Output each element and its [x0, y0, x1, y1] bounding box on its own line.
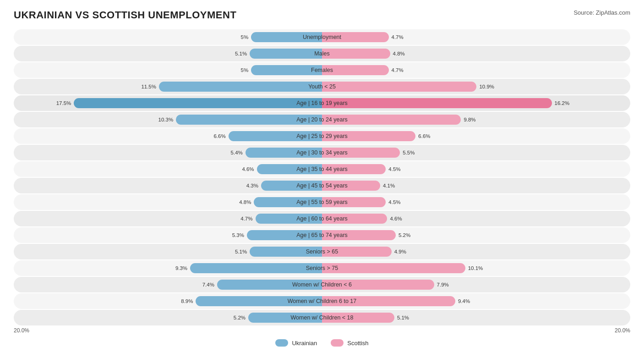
value-right: 4.5%: [388, 166, 400, 172]
value-left: 5.1%: [235, 51, 247, 56]
legend-label-scottish: Scottish: [347, 340, 368, 347]
axis-left: 20.0%: [14, 327, 29, 334]
row-inner: Seniors > 75 9.3% 10.1%: [14, 260, 630, 276]
chart-row: Unemployment 5% 4.7%: [14, 29, 630, 45]
chart-row: Age | 35 to 44 years 4.6% 4.5%: [14, 161, 630, 177]
value-left: 7.4%: [202, 282, 214, 287]
row-inner: Age | 25 to 29 years 6.6% 6.6%: [14, 128, 630, 144]
legend-color-scottish: [331, 339, 344, 347]
bar-right: [322, 82, 476, 92]
center-label: Age | 55 to 59 years: [294, 199, 350, 205]
value-right: 4.7%: [392, 67, 404, 73]
row-inner: Women w/ Children 6 to 17 8.9% 9.4%: [14, 293, 630, 309]
chart-row: Age | 25 to 29 years 6.6% 6.6%: [14, 128, 630, 144]
value-left: 4.3%: [246, 183, 258, 188]
value-left: 5%: [241, 67, 249, 73]
value-left: 5.3%: [232, 232, 244, 238]
value-right: 7.9%: [437, 282, 449, 287]
value-left: 5%: [241, 34, 249, 40]
bar-left: [159, 82, 322, 92]
legend: Ukrainian Scottish: [14, 339, 630, 347]
center-label: Women w/ Children < 18: [288, 314, 356, 321]
value-right: 5.1%: [397, 315, 409, 320]
center-label: Youth < 25: [306, 83, 338, 90]
center-label: Age | 25 to 29 years: [294, 133, 350, 139]
chart-container: UKRAINIAN VS SCOTTISH UNEMPLOYMENT Sourc…: [0, 0, 644, 347]
chart-row: Women w/ Children < 18 5.2% 5.1%: [14, 310, 630, 325]
value-right: 4.8%: [393, 51, 405, 56]
row-inner: Women w/ Children < 18 5.2% 5.1%: [14, 310, 630, 325]
value-right: 5.5%: [403, 150, 415, 155]
value-left: 8.9%: [181, 298, 193, 304]
row-inner: Seniors > 65 5.1% 4.9%: [14, 244, 630, 259]
row-inner: Age | 35 to 44 years 4.6% 4.5%: [14, 161, 630, 177]
center-label: Seniors > 75: [303, 265, 341, 271]
value-right: 6.6%: [418, 133, 430, 139]
chart-row: Age | 45 to 54 years 4.3% 4.1%: [14, 178, 630, 193]
value-right: 10.1%: [468, 265, 483, 271]
value-left: 5.1%: [235, 249, 247, 254]
chart-row: Women w/ Children 6 to 17 8.9% 9.4%: [14, 293, 630, 309]
row-inner: Youth < 25 11.5% 10.9%: [14, 79, 630, 94]
legend-label-ukrainian: Ukrainian: [292, 340, 317, 347]
chart-row: Females 5% 4.7%: [14, 62, 630, 78]
row-inner: Unemployment 5% 4.7%: [14, 29, 630, 45]
legend-color-ukrainian: [275, 339, 288, 347]
value-right: 4.1%: [383, 183, 395, 188]
center-label: Women w/ Children < 6: [289, 281, 355, 288]
center-label: Age | 60 to 64 years: [294, 215, 350, 222]
legend-scottish: Scottish: [331, 339, 368, 347]
value-left: 5.4%: [231, 150, 243, 155]
center-label: Women w/ Children 6 to 17: [285, 298, 360, 304]
chart-row: Age | 60 to 64 years 4.7% 4.6%: [14, 211, 630, 226]
value-right: 10.9%: [479, 84, 494, 89]
row-inner: Age | 30 to 34 years 5.4% 5.5%: [14, 145, 630, 160]
value-left: 6.6%: [213, 133, 225, 139]
bar-right: [322, 263, 465, 273]
chart-source: Source: ZipAtlas.com: [573, 9, 630, 16]
value-right: 5.2%: [398, 232, 410, 238]
chart-row: Youth < 25 11.5% 10.9%: [14, 79, 630, 94]
center-label: Age | 16 to 19 years: [294, 100, 350, 106]
chart-row: Age | 65 to 74 years 5.3% 5.2%: [14, 227, 630, 243]
row-inner: Age | 55 to 59 years 4.8% 4.5%: [14, 194, 630, 210]
chart-header: UKRAINIAN VS SCOTTISH UNEMPLOYMENT Sourc…: [14, 9, 630, 21]
center-label: Age | 35 to 44 years: [294, 166, 350, 172]
center-label: Females: [308, 67, 336, 73]
bar-left: [190, 263, 322, 273]
value-left: 10.3%: [158, 117, 174, 122]
center-label: Seniors > 65: [303, 248, 341, 255]
chart-row: Seniors > 65 5.1% 4.9%: [14, 244, 630, 259]
chart-row: Males 5.1% 4.8%: [14, 46, 630, 61]
row-inner: Age | 20 to 24 years 10.3% 9.8%: [14, 112, 630, 127]
chart-row: Age | 30 to 34 years 5.4% 5.5%: [14, 145, 630, 160]
center-label: Unemployment: [300, 34, 344, 40]
value-left: 4.6%: [242, 166, 254, 172]
bar-left: [250, 49, 322, 59]
center-label: Age | 45 to 54 years: [294, 182, 350, 189]
center-label: Age | 65 to 74 years: [294, 232, 350, 238]
value-left: 5.2%: [234, 315, 246, 320]
value-right: 4.6%: [390, 216, 402, 221]
chart-row: Seniors > 75 9.3% 10.1%: [14, 260, 630, 276]
value-right: 9.8%: [464, 117, 475, 122]
center-label: Males: [311, 50, 332, 57]
bar-right: [322, 98, 552, 108]
row-inner: Age | 60 to 64 years 4.7% 4.6%: [14, 211, 630, 226]
value-left: 9.3%: [175, 265, 187, 271]
value-left: 4.8%: [239, 199, 251, 205]
row-inner: Males 5.1% 4.8%: [14, 46, 630, 61]
value-right: 4.7%: [392, 34, 404, 40]
chart-row: Age | 20 to 24 years 10.3% 9.8%: [14, 112, 630, 127]
row-inner: Age | 65 to 74 years 5.3% 5.2%: [14, 227, 630, 243]
chart-area: Unemployment 5% 4.7% Males 5.1% 4.8% F: [14, 29, 630, 325]
chart-title: UKRAINIAN VS SCOTTISH UNEMPLOYMENT: [14, 9, 236, 21]
value-left: 11.5%: [141, 84, 156, 89]
value-left: 4.7%: [240, 216, 252, 221]
value-right: 9.4%: [458, 298, 470, 304]
axis-labels: 20.0% 20.0%: [14, 327, 630, 334]
value-right: 16.2%: [555, 100, 570, 106]
bar-left: [74, 98, 322, 108]
row-inner: Females 5% 4.7%: [14, 62, 630, 78]
chart-row: Age | 55 to 59 years 4.8% 4.5%: [14, 194, 630, 210]
